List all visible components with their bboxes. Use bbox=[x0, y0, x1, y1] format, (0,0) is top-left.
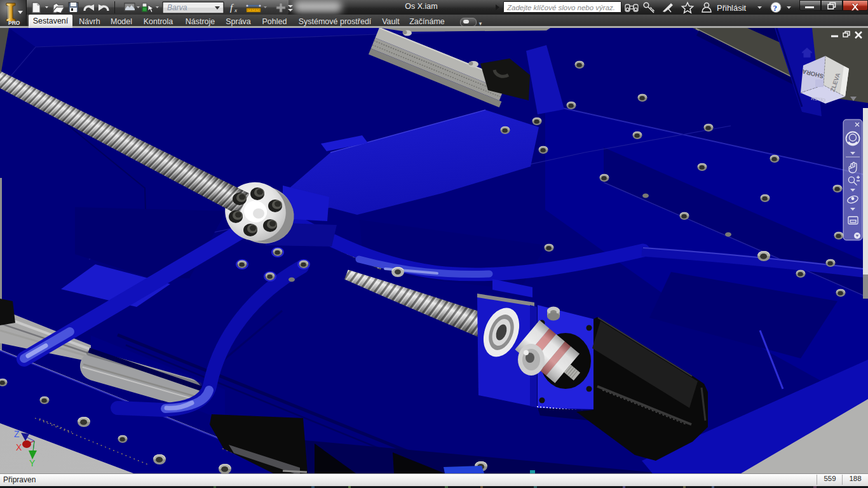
svg-text:f: f bbox=[230, 3, 234, 13]
svg-text:Přihlásit: Přihlásit bbox=[717, 3, 747, 13]
svg-text:Z: Z bbox=[14, 429, 20, 439]
svg-text:X: X bbox=[16, 442, 22, 452]
svg-text:x: x bbox=[234, 7, 237, 13]
svg-text:PRO: PRO bbox=[8, 20, 20, 26]
svg-text:?: ? bbox=[773, 3, 778, 13]
svg-text:Barva: Barva bbox=[167, 3, 187, 12]
svg-text:Y: Y bbox=[29, 458, 36, 468]
